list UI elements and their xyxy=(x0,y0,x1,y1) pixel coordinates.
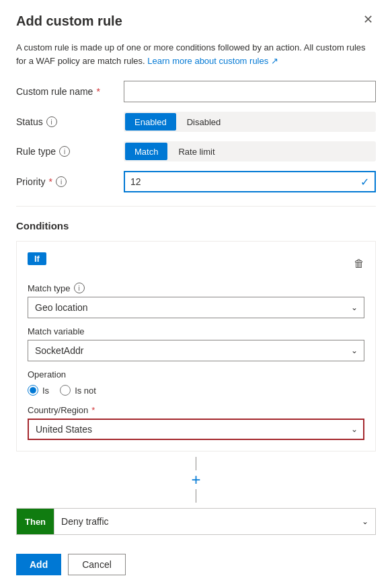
conditions-section-title: Conditions xyxy=(16,220,376,231)
country-region-select-wrapper: United States China Russia Iran ⌄ xyxy=(28,419,364,440)
match-type-select[interactable]: Geo location IP Address Request URI HTTP… xyxy=(28,297,364,318)
cancel-button[interactable]: Cancel xyxy=(68,554,126,575)
match-variable-select[interactable]: SocketAddr RemoteAddr xyxy=(28,340,364,361)
country-region-label: Country/Region * xyxy=(28,405,364,415)
then-action-wrapper: Deny traffic Allow traffic Log ⌄ xyxy=(54,509,375,534)
operation-is-radio[interactable] xyxy=(28,385,38,396)
priority-required-indicator: * xyxy=(49,176,52,187)
status-disabled-button[interactable]: Disabled xyxy=(178,113,231,131)
add-custom-rule-dialog: Add custom rule ✕ A custom rule is made … xyxy=(0,0,392,578)
match-type-select-wrapper: Geo location IP Address Request URI HTTP… xyxy=(28,297,364,318)
dialog-header: Add custom rule ✕ xyxy=(16,13,376,29)
country-required-indicator: * xyxy=(91,405,95,415)
match-variable-label: Match variable xyxy=(28,326,364,336)
add-condition-button[interactable]: + xyxy=(187,470,206,489)
status-label: Status i xyxy=(16,116,124,127)
status-toggle-group: Enabled Disabled xyxy=(124,112,376,132)
rule-type-info-icon[interactable]: i xyxy=(59,146,70,157)
add-button[interactable]: Add xyxy=(16,554,61,575)
required-indicator: * xyxy=(96,86,100,97)
custom-rule-name-label: Custom rule name * xyxy=(16,86,124,97)
priority-info-icon[interactable]: i xyxy=(56,176,67,187)
match-type-field: Match type i Geo location IP Address Req… xyxy=(28,283,364,318)
status-row: Status i Enabled Disabled xyxy=(16,112,376,132)
learn-more-link[interactable]: Learn more about custom rules ↗ xyxy=(147,56,278,66)
operation-field: Operation Is Is not xyxy=(28,369,364,396)
condition-header: If 🗑 xyxy=(28,252,364,275)
match-variable-field: Match variable SocketAddr RemoteAddr ⌄ xyxy=(28,326,364,361)
close-button[interactable]: ✕ xyxy=(360,13,376,26)
priority-input-wrapper: ✓ xyxy=(124,171,376,192)
country-region-select[interactable]: United States China Russia Iran xyxy=(28,419,364,440)
operation-radio-group: Is Is not xyxy=(28,385,364,396)
operation-isnot-label[interactable]: Is not xyxy=(75,386,96,396)
conditions-section: Conditions If 🗑 Match type i Geo locatio… xyxy=(16,220,376,535)
rule-type-match-button[interactable]: Match xyxy=(125,143,167,160)
footer-buttons: Add Cancel xyxy=(16,554,376,575)
dialog-title: Add custom rule xyxy=(16,13,122,29)
connector-line-top xyxy=(196,457,196,470)
rule-type-row: Rule type i Match Rate limit xyxy=(16,141,376,161)
info-text: A custom rule is made up of one or more … xyxy=(16,41,376,67)
operation-isnot-radio[interactable] xyxy=(60,385,71,396)
rule-type-toggle-group: Match Rate limit xyxy=(124,141,376,161)
match-type-info-icon[interactable]: i xyxy=(74,283,85,293)
connector-area: + xyxy=(16,451,376,508)
connector-line-bottom xyxy=(196,489,196,503)
match-variable-select-wrapper: SocketAddr RemoteAddr ⌄ xyxy=(28,340,364,361)
delete-condition-icon[interactable]: 🗑 xyxy=(354,258,364,270)
status-enabled-button[interactable]: Enabled xyxy=(125,113,176,131)
rule-type-label: Rule type i xyxy=(16,146,124,157)
rule-type-control: Match Rate limit xyxy=(124,141,376,161)
custom-rule-name-control xyxy=(124,81,376,102)
operation-is-item: Is xyxy=(28,385,49,396)
match-type-label: Match type i xyxy=(28,283,364,293)
divider xyxy=(16,206,376,207)
operation-is-label[interactable]: Is xyxy=(42,386,49,396)
operation-label: Operation xyxy=(28,369,364,380)
priority-row: Priority * i ✓ xyxy=(16,171,376,192)
conditions-box: If 🗑 Match type i Geo location IP Addres… xyxy=(16,241,376,451)
priority-input[interactable] xyxy=(124,171,376,192)
status-info-icon[interactable]: i xyxy=(46,116,57,127)
if-badge: If xyxy=(28,252,46,265)
status-control: Enabled Disabled xyxy=(124,112,376,132)
then-badge: Then xyxy=(17,509,54,534)
priority-check-icon: ✓ xyxy=(360,176,369,188)
country-region-field: Country/Region * United States China Rus… xyxy=(28,405,364,440)
rule-type-rate-limit-button[interactable]: Rate limit xyxy=(169,143,224,160)
priority-control: ✓ xyxy=(124,171,376,192)
then-row: Then Deny traffic Allow traffic Log ⌄ xyxy=(16,508,376,535)
custom-rule-name-row: Custom rule name * xyxy=(16,81,376,102)
operation-isnot-item: Is not xyxy=(60,385,96,396)
priority-label: Priority * i xyxy=(16,176,124,187)
custom-rule-name-input[interactable] xyxy=(124,81,376,102)
then-action-select[interactable]: Deny traffic Allow traffic Log xyxy=(54,509,375,534)
